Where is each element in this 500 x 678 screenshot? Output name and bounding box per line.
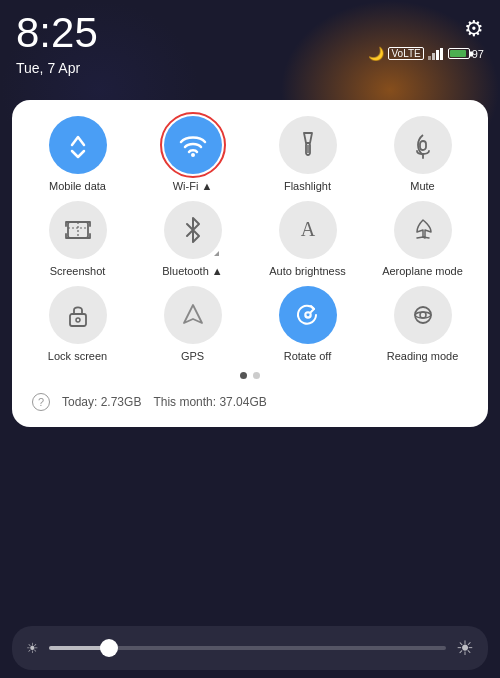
- tile-bluetooth[interactable]: Bluetooth ▲: [139, 201, 246, 278]
- tile-flashlight[interactable]: Flashlight: [254, 116, 361, 193]
- data-usage-bar: ? Today: 2.73GB This month: 37.04GB: [24, 387, 476, 415]
- tile-aeroplane[interactable]: Aeroplane mode: [369, 201, 476, 278]
- brightness-max-icon: ☀: [456, 636, 474, 660]
- signal-icon: [428, 48, 444, 60]
- dot-2[interactable]: [253, 372, 260, 379]
- tile-screenshot[interactable]: Screenshot: [24, 201, 131, 278]
- svg-point-13: [415, 307, 431, 323]
- battery-indicator: 97: [448, 48, 484, 60]
- rotate-off-icon: [279, 286, 337, 344]
- flashlight-icon: [279, 116, 337, 174]
- svg-rect-0: [428, 56, 431, 60]
- gps-icon: [164, 286, 222, 344]
- mobile-data-label: Mobile data: [49, 180, 106, 193]
- wifi-indicator: [214, 166, 219, 171]
- lock-screen-label: Lock screen: [48, 350, 107, 363]
- tile-auto-brightness[interactable]: A Auto brightness: [254, 201, 361, 278]
- bluetooth-indicator: [214, 251, 219, 256]
- date-display: Tue, 7 Apr: [16, 60, 80, 76]
- svg-point-4: [191, 153, 195, 157]
- svg-rect-2: [436, 50, 439, 60]
- quick-settings-panel: Mobile data Wi-Fi ▲: [12, 100, 488, 427]
- month-usage: This month: 37.04GB: [153, 395, 266, 409]
- do-not-disturb-icon: 🌙: [368, 46, 384, 61]
- status-right: ⚙ 🌙 VoLTE 97: [368, 12, 484, 61]
- svg-rect-6: [420, 141, 426, 150]
- auto-brightness-icon: A: [279, 201, 337, 259]
- svg-rect-1: [432, 53, 435, 60]
- tile-wifi[interactable]: Wi-Fi ▲: [139, 116, 246, 193]
- wifi-label: Wi-Fi ▲: [173, 180, 213, 193]
- svg-point-10: [76, 318, 80, 322]
- tile-rotate-off[interactable]: Rotate off: [254, 286, 361, 363]
- rotate-off-label: Rotate off: [284, 350, 332, 363]
- mobile-data-icon: [49, 116, 107, 174]
- screenshot-label: Screenshot: [50, 265, 106, 278]
- brightness-bar[interactable]: ☀ ☀: [12, 626, 488, 670]
- volte-icon: VoLTE: [388, 47, 423, 60]
- reading-mode-icon: [394, 286, 452, 344]
- battery-pct-label: 97: [472, 48, 484, 60]
- settings-icon[interactable]: ⚙: [464, 16, 484, 42]
- page-dots: [24, 372, 476, 379]
- aeroplane-label: Aeroplane mode: [382, 265, 463, 278]
- mute-icon: [394, 116, 452, 174]
- screenshot-icon: [49, 201, 107, 259]
- time-display: 8:25: [16, 12, 98, 54]
- status-icons: 🌙 VoLTE 97: [368, 46, 484, 61]
- svg-rect-9: [70, 314, 86, 326]
- auto-brightness-label: Auto brightness: [269, 265, 345, 278]
- brightness-min-icon: ☀: [26, 640, 39, 656]
- bluetooth-label: Bluetooth ▲: [162, 265, 222, 278]
- brightness-track[interactable]: [49, 646, 446, 650]
- reading-mode-label: Reading mode: [387, 350, 459, 363]
- data-info-icon[interactable]: ?: [32, 393, 50, 411]
- flashlight-label: Flashlight: [284, 180, 331, 193]
- tile-mute[interactable]: Mute: [369, 116, 476, 193]
- tile-gps[interactable]: GPS: [139, 286, 246, 363]
- mute-label: Mute: [410, 180, 434, 193]
- brightness-thumb[interactable]: [100, 639, 118, 657]
- gps-label: GPS: [181, 350, 204, 363]
- aeroplane-icon: [394, 201, 452, 259]
- bluetooth-icon: [164, 201, 222, 259]
- dot-1[interactable]: [240, 372, 247, 379]
- tile-reading-mode[interactable]: Reading mode: [369, 286, 476, 363]
- today-usage: Today: 2.73GB: [62, 395, 141, 409]
- lock-screen-icon: [49, 286, 107, 344]
- wifi-icon: [164, 116, 222, 174]
- svg-point-14: [420, 312, 426, 318]
- tiles-grid: Mobile data Wi-Fi ▲: [24, 116, 476, 364]
- tile-mobile-data[interactable]: Mobile data: [24, 116, 131, 193]
- svg-text:A: A: [300, 218, 315, 240]
- tile-lock-screen[interactable]: Lock screen: [24, 286, 131, 363]
- svg-rect-3: [440, 48, 443, 60]
